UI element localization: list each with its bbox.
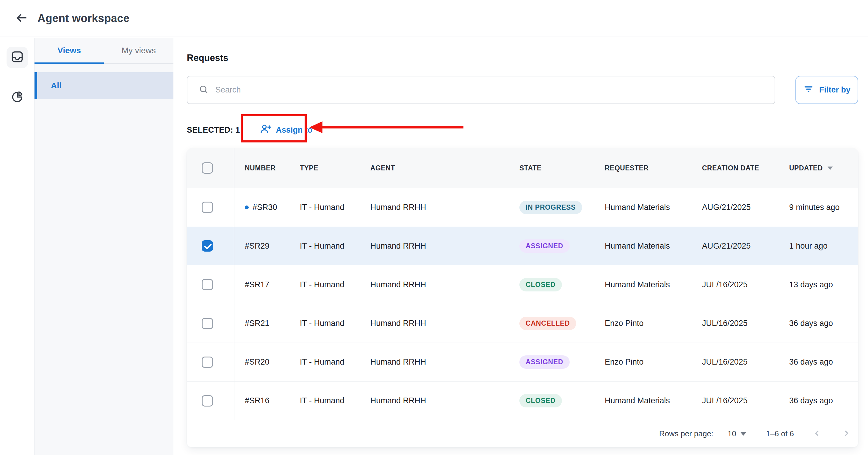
- column-header-type[interactable]: TYPE: [289, 164, 360, 172]
- views-tabs: Views My views: [34, 38, 174, 64]
- rail-divider: [6, 76, 28, 76]
- row-checkbox[interactable]: [202, 279, 213, 290]
- select-all-checkbox[interactable]: [202, 162, 213, 174]
- column-header-updated[interactable]: UPDATED: [779, 164, 858, 172]
- app-bar: Agent workspace: [0, 0, 868, 37]
- row-checkbox-cell: [187, 304, 235, 343]
- active-tab-underline: [34, 62, 104, 64]
- view-item-label: All: [51, 81, 62, 90]
- views-panel: Views My views All: [34, 38, 174, 455]
- request-requester: Enzo Pinto: [594, 357, 692, 367]
- rows-per-page-value: 10: [727, 429, 736, 438]
- row-checkbox-cell: [187, 265, 235, 304]
- row-checkbox-cell: [187, 343, 235, 381]
- table-row[interactable]: #SR29 IT - Humand Humand RRHH ASSIGNED H…: [187, 227, 858, 265]
- column-header-requester[interactable]: REQUESTER: [594, 164, 692, 172]
- table-row[interactable]: #SR20 IT - Humand Humand RRHH ASSIGNED E…: [187, 343, 858, 381]
- table-row[interactable]: #SR17 IT - Humand Humand RRHH CLOSED Hum…: [187, 265, 858, 304]
- rows-per-page-label: Rows per page:: [659, 429, 713, 438]
- filter-by-label: Filter by: [819, 85, 850, 95]
- inbox-icon: [11, 51, 24, 64]
- table-body: #SR30 IT - Humand Humand RRHH IN PROGRES…: [187, 188, 858, 420]
- row-checkbox[interactable]: [202, 395, 213, 407]
- row-checkbox[interactable]: [202, 202, 213, 213]
- view-item-all[interactable]: All: [34, 72, 174, 99]
- sidebar-item-inbox[interactable]: [6, 47, 28, 68]
- table-row[interactable]: #SR16 IT - Humand Humand RRHH CLOSED Hum…: [187, 381, 858, 420]
- section-title: Requests: [187, 53, 868, 63]
- unread-indicator-dot: [245, 205, 249, 209]
- rows-per-page-select[interactable]: 10: [727, 429, 746, 438]
- row-checkbox[interactable]: [202, 318, 213, 329]
- request-agent: Humand RRHH: [360, 319, 512, 328]
- request-requester: Humand Materials: [594, 203, 692, 212]
- search-input[interactable]: [215, 85, 691, 95]
- request-type: IT - Humand: [289, 203, 360, 212]
- requests-table: NUMBER TYPE AGENT STATE REQUESTER CREATI…: [187, 148, 858, 447]
- chevron-right-icon: [841, 428, 851, 439]
- selected-count-label: SELECTED: 1: [187, 116, 240, 144]
- row-checkbox[interactable]: [202, 357, 213, 368]
- request-number: #SR29: [245, 241, 270, 251]
- filter-by-button[interactable]: Filter by: [796, 76, 858, 104]
- table-row[interactable]: #SR30 IT - Humand Humand RRHH IN PROGRES…: [187, 188, 858, 227]
- previous-page-button[interactable]: [811, 428, 823, 440]
- request-type: IT - Humand: [289, 241, 360, 251]
- request-creation-date: JUL/16/2025: [692, 280, 779, 289]
- row-checkbox[interactable]: [202, 240, 213, 252]
- selection-bar: SELECTED: 1 Assign to: [187, 116, 858, 144]
- request-creation-date: AUG/21/2025: [692, 241, 779, 251]
- assign-to-label: Assign to: [276, 126, 312, 135]
- request-agent: Humand RRHH: [360, 280, 512, 289]
- assign-to-button[interactable]: Assign to: [257, 116, 315, 144]
- person-add-icon: [260, 123, 272, 137]
- table-footer: Rows per page: 10 1–6 of 6: [187, 420, 858, 447]
- column-header-state[interactable]: STATE: [512, 164, 594, 172]
- tab-views[interactable]: Views: [34, 38, 104, 63]
- request-updated: 13 days ago: [779, 280, 858, 289]
- state-badge: IN PROGRESS: [519, 201, 582, 214]
- column-header-agent[interactable]: AGENT: [360, 164, 512, 172]
- request-type: IT - Humand: [289, 357, 360, 367]
- triangle-down-icon: [740, 432, 746, 436]
- tab-my-views[interactable]: My views: [104, 38, 174, 63]
- request-updated: 36 days ago: [779, 319, 858, 328]
- arrow-left-icon: [15, 11, 28, 25]
- request-agent: Humand RRHH: [360, 396, 512, 405]
- magnifier-icon: [199, 85, 209, 96]
- table-header-row: NUMBER TYPE AGENT STATE REQUESTER CREATI…: [187, 148, 858, 188]
- select-all-checkbox-cell: [187, 148, 235, 188]
- request-agent: Humand RRHH: [360, 203, 512, 212]
- chevron-left-icon: [812, 428, 822, 439]
- state-badge: CLOSED: [519, 278, 562, 291]
- request-type: IT - Humand: [289, 319, 360, 328]
- state-badge: ASSIGNED: [519, 239, 570, 253]
- request-updated: 1 hour ago: [779, 241, 858, 251]
- main-content: Requests Fi: [174, 38, 868, 455]
- request-number: #SR20: [245, 357, 270, 367]
- toolbar: Filter by: [187, 76, 858, 104]
- row-checkbox-cell: [187, 382, 235, 420]
- sidebar-item-reports[interactable]: [6, 86, 28, 108]
- pie-chart-icon: [11, 90, 24, 104]
- table-row[interactable]: #SR21 IT - Humand Humand RRHH CANCELLED …: [187, 304, 858, 343]
- search-box[interactable]: [187, 76, 775, 104]
- request-number: #SR21: [245, 319, 270, 328]
- column-header-updated-label: UPDATED: [789, 164, 823, 172]
- filter-lines-icon: [803, 84, 814, 96]
- request-number: #SR16: [245, 396, 270, 405]
- request-requester: Humand Materials: [594, 396, 692, 405]
- request-updated: 9 minutes ago: [779, 203, 858, 212]
- request-type: IT - Humand: [289, 396, 360, 405]
- request-updated: 36 days ago: [779, 357, 858, 367]
- next-page-button[interactable]: [840, 428, 852, 440]
- state-badge: ASSIGNED: [519, 355, 570, 369]
- back-button[interactable]: [14, 11, 29, 26]
- column-header-number[interactable]: NUMBER: [235, 164, 289, 172]
- request-agent: Humand RRHH: [360, 241, 512, 251]
- request-creation-date: JUL/16/2025: [692, 319, 779, 328]
- state-badge: CANCELLED: [519, 317, 576, 330]
- request-creation-date: JUL/16/2025: [692, 357, 779, 367]
- request-agent: Humand RRHH: [360, 357, 512, 367]
- column-header-creation-date[interactable]: CREATION DATE: [692, 164, 779, 172]
